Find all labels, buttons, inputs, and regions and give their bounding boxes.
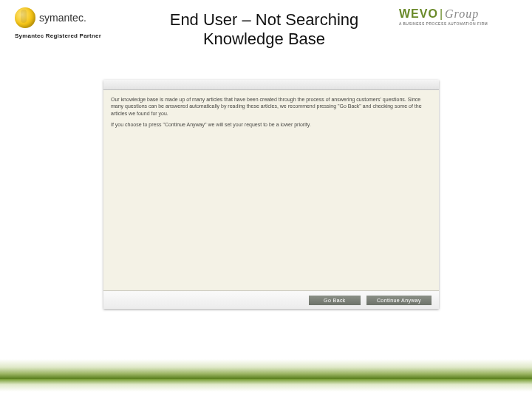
wevo-brand-divider: |	[440, 7, 443, 21]
wevo-brand-part2: Group	[445, 7, 479, 21]
kb-message-paragraph-2: If you choose to press "Continue Anyway"…	[111, 121, 432, 128]
dialog-body: Our knowledge base is made up of many ar…	[103, 90, 439, 291]
dialog-panel: Our knowledge base is made up of many ar…	[103, 80, 439, 309]
slide-header: symantec. Symantec Registered Partner En…	[0, 0, 532, 50]
decorative-footer-band	[0, 359, 532, 392]
symantec-orb-icon	[15, 7, 35, 28]
wevo-tagline: A BUSINESS PROCESS AUTOMATION FIRM	[399, 21, 517, 26]
symantec-logo-block: symantec. Symantec Registered Partner	[15, 7, 129, 39]
dialog-toolbar	[103, 80, 439, 90]
wevo-brand-text: WEVO | Group	[399, 7, 517, 21]
wevo-logo-block: WEVO | Group A BUSINESS PROCESS AUTOMATI…	[399, 7, 517, 26]
continue-anyway-button[interactable]: Continue Anyway	[366, 296, 432, 305]
slide-title: End User – Not Searching Knowledge Base	[129, 7, 399, 50]
go-back-button[interactable]: Go Back	[309, 296, 361, 305]
wevo-brand-part1: WEVO	[399, 7, 438, 21]
dialog-footer: Go Back Continue Anyway	[103, 291, 439, 309]
kb-message-paragraph-1: Our knowledge base is made up of many ar…	[111, 96, 432, 117]
symantec-partner-tagline: Symantec Registered Partner	[15, 33, 129, 39]
symantec-brand-text: symantec.	[39, 12, 86, 24]
